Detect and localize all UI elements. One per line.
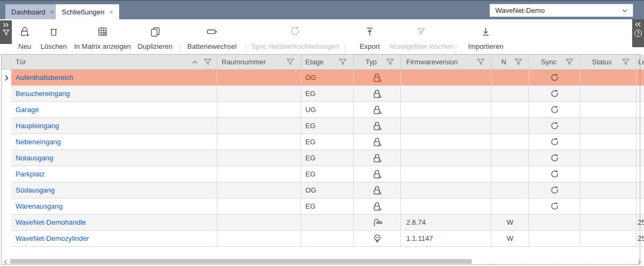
scrollbar-thumb[interactable] — [10, 259, 472, 264]
type-cell — [354, 150, 401, 166]
table-row[interactable]: Südausgang OG — [2, 182, 644, 198]
table-row[interactable]: WaveNet-Demohandle 2.6.74 — [2, 215, 644, 231]
column-header-le[interactable]: Le — [636, 55, 644, 70]
scroll-right-icon[interactable] — [638, 260, 641, 264]
close-icon[interactable]: × — [109, 9, 114, 16]
status-cell — [580, 134, 636, 150]
status-cell — [580, 215, 636, 231]
table-row[interactable]: Parkplatz EG — [2, 166, 644, 182]
last-column-cell — [636, 150, 644, 166]
button-label: Batteriewechsel — [187, 42, 237, 50]
tab-strip: Dashboard × Schließungen × WaveNet-Demo — [0, 0, 644, 19]
button-label: In Matrix anzeigen — [74, 42, 131, 50]
left-panel-expand-button[interactable] — [0, 20, 12, 44]
clear-display-filter-button[interactable]: Anzeigefilter löschen — [387, 24, 455, 50]
table-row[interactable]: Haupteingang EG — [2, 118, 644, 134]
door-name-cell[interactable]: WaveNet-Demozylinder — [11, 231, 217, 247]
filter-icon[interactable] — [339, 58, 347, 65]
filter-icon[interactable] — [386, 58, 394, 65]
close-icon[interactable]: × — [50, 9, 55, 16]
filter-icon[interactable] — [566, 58, 573, 65]
door-name-link[interactable]: Warenausgang — [16, 202, 63, 210]
door-name-link[interactable]: WaveNet-Demozylinder — [16, 234, 89, 242]
door-name-link[interactable]: Aufenthaltsbereich — [16, 73, 74, 82]
type-cell — [354, 215, 401, 231]
matrix-icon — [97, 26, 108, 37]
sync-icon — [290, 26, 300, 36]
door-name-cell[interactable]: Warenausgang — [11, 198, 217, 215]
column-header-tuer[interactable]: Tür — [11, 55, 217, 70]
lock-wifi-icon — [372, 89, 382, 99]
floor-cell: EG — [301, 150, 354, 166]
filter-icon[interactable] — [515, 58, 522, 65]
door-name-link[interactable]: Nebeneingang — [16, 138, 61, 146]
lock-system-dropdown[interactable]: WaveNet-Demo — [489, 4, 633, 17]
tab-dashboard[interactable]: Dashboard × — [5, 4, 60, 19]
help-icon[interactable]: ? — [634, 29, 642, 37]
type-cell — [354, 70, 401, 86]
column-header-status[interactable]: Status — [580, 55, 636, 70]
filter-icon[interactable] — [287, 58, 294, 65]
column-header-n[interactable]: N — [492, 55, 529, 70]
door-name-cell[interactable]: Haupteingang — [11, 118, 217, 134]
door-name-cell[interactable]: WaveNet-Demohandle — [11, 215, 217, 231]
right-panel-collapse-button[interactable]: ? — [632, 19, 644, 47]
table-row[interactable]: Nebeneingang EG — [2, 134, 644, 150]
table-row[interactable]: Warenausgang EG — [2, 198, 644, 215]
door-name-cell[interactable]: Nebeneingang — [11, 134, 217, 150]
battery-change-button[interactable]: Batteriewechsel — [187, 24, 237, 50]
door-name-cell[interactable]: Südausgang — [11, 182, 217, 198]
floor-cell — [301, 231, 354, 247]
export-button[interactable]: Export — [356, 24, 383, 50]
door-name-link[interactable]: Besuchereingang — [16, 90, 70, 98]
new-button[interactable]: Neu — [13, 24, 36, 50]
duplicate-button[interactable]: Duplizieren — [136, 24, 174, 50]
table-row[interactable]: WaveNet-Demozylinder 1.1.1147 — [2, 231, 644, 247]
column-header-typ[interactable]: Typ — [354, 55, 401, 70]
type-cell — [354, 182, 401, 198]
door-name-link[interactable]: Notausgang — [16, 154, 53, 162]
network-cell — [492, 118, 529, 134]
table-row[interactable]: Garage UG — [2, 102, 644, 118]
table-row[interactable]: Notausgang EG — [2, 150, 644, 166]
floor-cell: OG — [301, 70, 354, 86]
horizontal-scrollbar[interactable] — [2, 258, 644, 265]
network-cell — [492, 134, 529, 150]
door-name-cell[interactable]: Notausgang — [11, 150, 217, 166]
sync-cell — [529, 86, 580, 102]
table-row[interactable]: Besuchereingang EG — [2, 86, 644, 102]
column-label: Firmwareversion — [406, 58, 458, 66]
trash-icon — [48, 26, 59, 37]
firmware-cell — [401, 182, 492, 198]
door-name-link[interactable]: Haupteingang — [16, 122, 59, 130]
door-name-link[interactable]: Garage — [16, 106, 39, 114]
last-column-cell — [636, 86, 644, 102]
table-row[interactable]: Aufenthaltsbereich OG — [2, 70, 644, 86]
door-name-link[interactable]: WaveNet-Demohandle — [16, 218, 86, 226]
show-in-matrix-button[interactable]: In Matrix anzeigen — [73, 24, 132, 50]
column-header-firmwareversion[interactable]: Firmwareversion — [401, 55, 492, 70]
door-name-cell[interactable]: Besuchereingang — [11, 86, 217, 102]
filter-icon[interactable] — [204, 58, 211, 65]
firmware-cell — [401, 198, 492, 215]
import-button[interactable]: Importieren — [468, 24, 503, 50]
column-header-etage[interactable]: Etage — [301, 55, 354, 70]
tab-schliessungen[interactable]: Schließungen × — [56, 4, 119, 19]
delete-button[interactable]: Löschen — [39, 24, 69, 50]
column-header-sync[interactable]: Sync — [529, 55, 580, 70]
column-header-raumnummer[interactable]: Raumnummer — [217, 55, 301, 70]
door-name-cell[interactable]: Aufenthaltsbereich — [11, 70, 217, 86]
scroll-left-icon[interactable] — [4, 260, 8, 264]
door-name-cell[interactable]: Garage — [11, 102, 217, 118]
sync-network-locks-button[interactable]: Sync Netzwerkschließungen — [251, 24, 339, 50]
door-name-link[interactable]: Südausgang — [16, 186, 55, 194]
filter-icon[interactable] — [622, 58, 630, 65]
sync-pending-icon — [551, 138, 559, 146]
door-name-cell[interactable]: Parkplatz — [11, 166, 217, 182]
floor-cell — [301, 215, 354, 231]
filter-icon[interactable] — [477, 58, 485, 65]
door-handle-icon — [372, 218, 383, 227]
sync-cell — [529, 166, 580, 182]
type-cell — [354, 166, 401, 182]
door-name-link[interactable]: Parkplatz — [16, 170, 45, 178]
